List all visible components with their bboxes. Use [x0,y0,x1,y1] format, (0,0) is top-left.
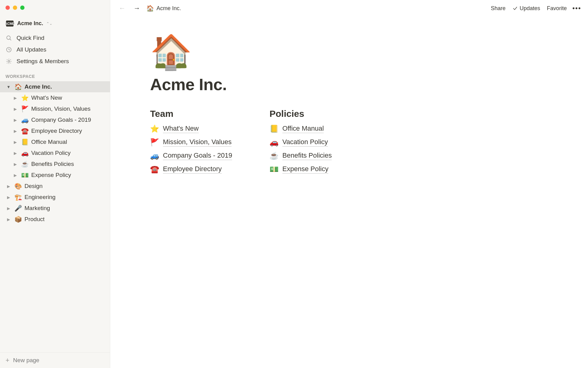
sidebar-page-row[interactable]: ▶🏗️Engineering [0,192,110,203]
page-link[interactable]: 📒Office Manual [270,125,361,133]
page-link[interactable]: 🚩Mission, Vision, Values [150,138,242,147]
page-link[interactable]: ☕Benefits Policies [270,151,361,160]
workspace-badge-icon: ACME [6,21,14,27]
link-list: ⭐What's New🚩Mission, Vision, Values🚙Comp… [150,125,242,174]
sidebar: ACME Acme Inc. ⌃⌄ Quick FindAll UpdatesS… [0,0,110,368]
main: ← → 🏠 Acme Inc. Share Updates Favorite •… [110,0,588,368]
page-link-emoji-icon: 🚙 [150,151,159,160]
sidebar-util-search[interactable]: Quick Find [0,32,110,44]
disclosure-arrow-icon[interactable]: ▶ [6,206,12,211]
window-zoom-icon[interactable] [20,6,24,10]
page-link-label: Employee Directory [163,165,222,174]
favorite-button[interactable]: Favorite [546,4,568,13]
page-emoji-icon: 🏠 [14,83,22,90]
new-page-label: New page [13,357,40,364]
page-row-label: Engineering [24,194,55,201]
sidebar-page-row[interactable]: ▶🚙Company Goals - 2019 [0,114,110,125]
page-emoji-icon: 🎤 [14,205,22,212]
page-row-label: Marketing [24,205,50,212]
sidebar-util-gear[interactable]: Settings & Members [0,56,110,67]
disclosure-arrow-icon[interactable]: ▶ [12,173,18,178]
column-heading[interactable]: Policies [270,109,361,119]
sidebar-util-label: Quick Find [17,35,44,41]
gear-icon [6,58,12,65]
page-link-emoji-icon: ☎️ [150,165,159,174]
breadcrumb[interactable]: 🏠 Acme Inc. [146,5,181,12]
page-emoji-icon: 💵 [21,171,29,179]
sidebar-page-row[interactable]: ▶🎤Marketing [0,203,110,214]
page-link-emoji-icon: 🚗 [270,138,278,147]
page-link-emoji-icon: 📒 [270,125,278,133]
page-emoji-icon: 📦 [14,216,22,223]
disclosure-arrow-icon[interactable]: ▶ [12,162,18,167]
page-row-label: Design [24,183,43,190]
page-emoji-icon: 🎨 [14,182,22,190]
page-row-label: Company Goals - 2019 [31,117,91,123]
disclosure-arrow-icon[interactable]: ▶ [12,129,18,133]
page-emoji-icon: 🚙 [21,116,29,124]
page-row-label: Office Manual [31,139,67,145]
chevron-updown-icon: ⌃⌄ [46,21,52,26]
breadcrumb-emoji-icon: 🏠 [146,5,154,12]
more-menu-button[interactable]: ••• [572,4,581,12]
disclosure-arrow-icon[interactable]: ▶ [12,140,18,144]
sidebar-page-row[interactable]: ▶📒Office Manual [0,136,110,148]
updates-button[interactable]: Updates [511,4,541,13]
disclosure-arrow-icon[interactable]: ▶ [6,184,12,189]
page-link[interactable]: ☎️Employee Directory [150,165,242,174]
disclosure-arrow-icon[interactable]: ▼ [6,85,12,89]
clock-icon [6,46,12,53]
page-title[interactable]: Acme Inc. [150,75,426,94]
column-heading[interactable]: Team [150,109,242,119]
nav-forward-button[interactable]: → [132,4,142,13]
window-close-icon[interactable] [6,6,10,10]
page-link-emoji-icon: ⭐ [150,125,159,133]
disclosure-arrow-icon[interactable]: ▶ [12,151,18,155]
page-row-label: Benefits Policies [31,161,74,167]
sidebar-util-label: Settings & Members [17,58,69,65]
disclosure-arrow-icon[interactable]: ▶ [12,96,18,100]
share-button[interactable]: Share [490,4,507,13]
sidebar-page-row[interactable]: ▶🎨Design [0,181,110,192]
sidebar-page-row[interactable]: ▶☎️Employee Directory [0,125,110,136]
sidebar-page-row[interactable]: ▼🏠Acme Inc. [0,81,110,92]
disclosure-arrow-icon[interactable]: ▶ [12,107,18,111]
sidebar-page-row[interactable]: ▶💵Expense Policy [0,170,110,181]
disclosure-arrow-icon[interactable]: ▶ [12,118,18,122]
sidebar-page-row[interactable]: ▶☕Benefits Policies [0,159,110,170]
sidebar-page-row[interactable]: ▶⭐What's New [0,92,110,103]
page-link[interactable]: ⭐What's New [150,125,242,133]
workspace-name: Acme Inc. [17,20,43,27]
window-controls [6,6,24,10]
checkmark-icon [512,6,518,11]
page-link-emoji-icon: 🚩 [150,138,159,147]
page-row-label: Product [24,216,44,223]
sidebar-util-clock[interactable]: All Updates [0,44,110,56]
page-link[interactable]: 💵Expense Policy [270,165,361,174]
workspace-switcher[interactable]: ACME Acme Inc. ⌃⌄ [0,17,110,32]
svg-point-3 [8,60,10,62]
page-row-label: Mission, Vision, Values [31,105,91,112]
page-link-label: Vacation Policy [282,138,328,147]
page-link-emoji-icon: 💵 [270,165,278,174]
breadcrumb-label: Acme Inc. [156,5,181,12]
search-icon [6,35,12,41]
sidebar-page-row[interactable]: ▶🚩Mission, Vision, Values [0,103,110,114]
nav-back-button[interactable]: ← [117,4,127,13]
new-page-button[interactable]: + New page [0,352,110,368]
disclosure-arrow-icon[interactable]: ▶ [6,195,12,200]
page-link-label: Company Goals - 2019 [163,151,232,160]
page-row-label: Employee Directory [31,128,82,134]
window-minimize-icon[interactable] [13,6,17,10]
page-hero-emoji[interactable]: 🏠 [150,35,426,69]
sidebar-page-row[interactable]: ▶📦Product [0,214,110,225]
page-emoji-icon: 🏗️ [14,194,22,201]
topbar: ← → 🏠 Acme Inc. Share Updates Favorite •… [110,0,588,17]
page-link-label: Office Manual [282,125,324,133]
page-emoji-icon: 📒 [21,138,29,146]
column: Team⭐What's New🚩Mission, Vision, Values🚙… [150,109,242,174]
page-link[interactable]: 🚗Vacation Policy [270,138,361,147]
page-link[interactable]: 🚙Company Goals - 2019 [150,151,242,160]
disclosure-arrow-icon[interactable]: ▶ [6,217,12,222]
sidebar-page-row[interactable]: ▶🚗Vacation Policy [0,148,110,159]
